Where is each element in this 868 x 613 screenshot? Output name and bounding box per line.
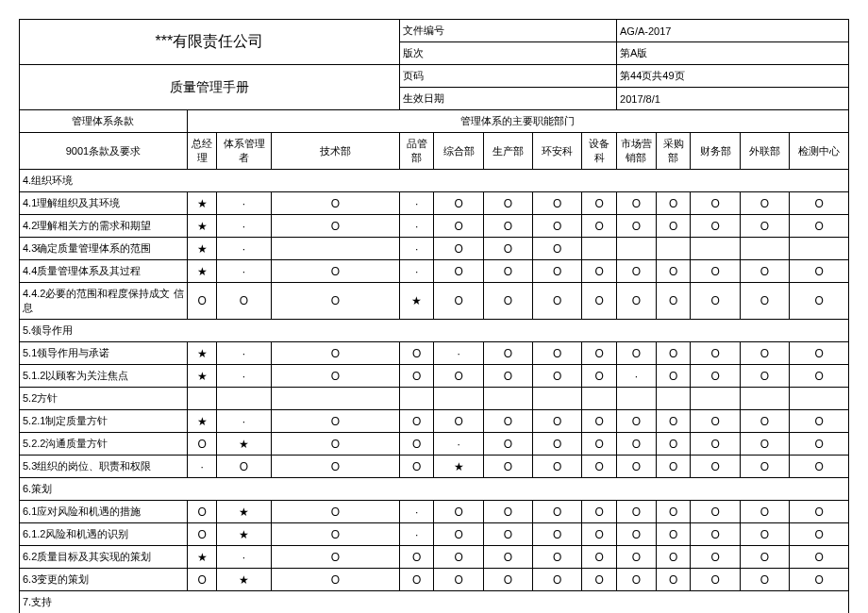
cell xyxy=(656,238,691,260)
cell: O xyxy=(533,260,582,283)
cell: O xyxy=(533,501,582,523)
cell: · xyxy=(187,456,216,478)
cell: O xyxy=(483,260,532,283)
cell: O xyxy=(483,365,532,388)
cell: · xyxy=(617,365,657,388)
cell: O xyxy=(434,410,483,433)
cell: O xyxy=(271,569,399,591)
cell: O xyxy=(617,456,657,478)
cell: O xyxy=(399,410,434,433)
manual-title: 质量管理手册 xyxy=(20,65,400,110)
cell: O xyxy=(582,433,617,456)
cell: O xyxy=(656,433,691,456)
row-label: 5.1领导作用与承诺 xyxy=(20,342,188,365)
cell: O xyxy=(691,215,740,238)
cell: O xyxy=(271,410,399,433)
eff-label: 生效日期 xyxy=(399,88,616,110)
cell: O xyxy=(790,456,849,478)
cell: · xyxy=(217,546,272,569)
col-c3: 技术部 xyxy=(271,133,399,170)
cell: O xyxy=(740,433,789,456)
cell: O xyxy=(582,546,617,569)
cell: O xyxy=(483,569,532,591)
cell xyxy=(217,388,272,410)
doc-no-value: AG/A-2017 xyxy=(617,20,849,42)
cell: O xyxy=(187,283,216,320)
cell: ★ xyxy=(217,523,272,546)
cell: O xyxy=(483,410,532,433)
cell: O xyxy=(533,238,582,260)
cell: O xyxy=(617,433,657,456)
cell: O xyxy=(617,546,657,569)
cell: O xyxy=(434,238,483,260)
cell: O xyxy=(483,546,532,569)
cell: O xyxy=(582,569,617,591)
cell: O xyxy=(656,546,691,569)
cell: O xyxy=(271,215,399,238)
cell: O xyxy=(740,283,789,320)
cell: O xyxy=(271,365,399,388)
cell: ★ xyxy=(187,192,216,215)
cell: O xyxy=(533,215,582,238)
cell: · xyxy=(434,433,483,456)
cell: O xyxy=(656,283,691,320)
cell: ★ xyxy=(217,501,272,523)
cell: O xyxy=(271,546,399,569)
section-row: 6.策划 xyxy=(20,478,849,501)
col-c11: 财务部 xyxy=(691,133,740,170)
cell xyxy=(434,388,483,410)
cell: O xyxy=(656,523,691,546)
col-c0: 9001条款及要求 xyxy=(20,133,188,170)
cell: · xyxy=(217,260,272,283)
cell: O xyxy=(271,342,399,365)
cell: O xyxy=(656,456,691,478)
cell: ★ xyxy=(187,546,216,569)
row-label: 6.2质量目标及其实现的策划 xyxy=(20,546,188,569)
company-name: ***有限责任公司 xyxy=(20,20,400,65)
cell: · xyxy=(217,410,272,433)
cell: · xyxy=(399,215,434,238)
cell: O xyxy=(187,501,216,523)
cell: O xyxy=(691,501,740,523)
col-c6: 生产部 xyxy=(483,133,532,170)
cell: O xyxy=(656,192,691,215)
row-label: 4.4.2必要的范围和程度保持成文 信息 xyxy=(20,283,188,320)
cell: ★ xyxy=(399,283,434,320)
cell: O xyxy=(790,260,849,283)
row-label: 4.1理解组织及其环境 xyxy=(20,192,188,215)
cell: O xyxy=(399,546,434,569)
cell: O xyxy=(656,501,691,523)
cell: O xyxy=(483,283,532,320)
cell: O xyxy=(691,410,740,433)
cell: O xyxy=(434,283,483,320)
cell: O xyxy=(582,410,617,433)
doc-no-label: 文件编号 xyxy=(399,20,616,42)
section-row: 7.支持 xyxy=(20,591,849,614)
cell: O xyxy=(617,192,657,215)
cell: O xyxy=(217,456,272,478)
col-c1: 总经理 xyxy=(187,133,216,170)
cell: O xyxy=(271,523,399,546)
cell: · xyxy=(217,215,272,238)
cell: ★ xyxy=(187,215,216,238)
cell: O xyxy=(617,523,657,546)
cell: O xyxy=(483,433,532,456)
cell: O xyxy=(434,546,483,569)
cell: · xyxy=(399,260,434,283)
cell: O xyxy=(691,192,740,215)
depts-head: 管理体系的主要职能部门 xyxy=(187,110,848,133)
cell: O xyxy=(582,260,617,283)
cell: · xyxy=(217,192,272,215)
cell: O xyxy=(790,501,849,523)
cell: O xyxy=(483,523,532,546)
row-label: 4.4质量管理体系及其过程 xyxy=(20,260,188,283)
cell: O xyxy=(533,523,582,546)
cell: O xyxy=(271,192,399,215)
col-c9: 市场营销部 xyxy=(617,133,657,170)
cell xyxy=(483,388,532,410)
cell: O xyxy=(582,283,617,320)
col-c13: 检测中心 xyxy=(790,133,849,170)
cell: O xyxy=(483,192,532,215)
cell: O xyxy=(533,569,582,591)
cell: O xyxy=(740,546,789,569)
